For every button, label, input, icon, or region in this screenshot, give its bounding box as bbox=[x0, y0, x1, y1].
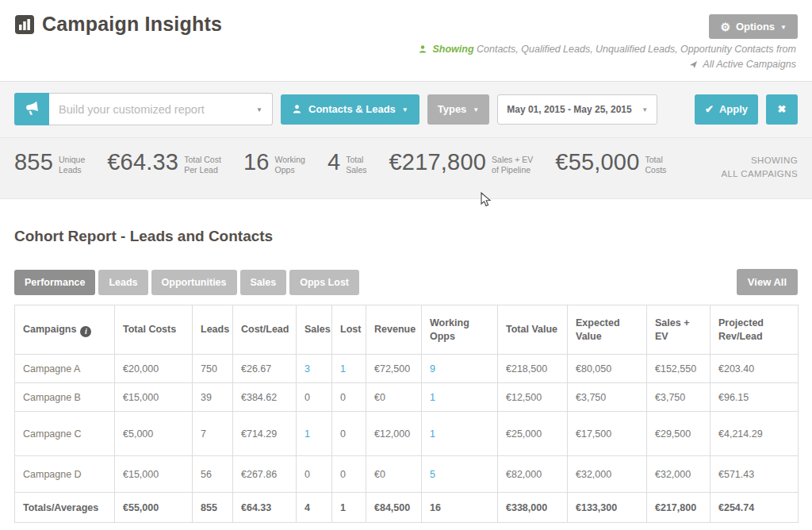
tab-opportunities[interactable]: Opportunities bbox=[151, 270, 237, 295]
campaign-name-cell: Totals/Averages bbox=[15, 493, 115, 523]
table-cell: €5,000 bbox=[115, 412, 193, 456]
table-row: Campagne D€15,00056€267.8600€05€82,000€3… bbox=[15, 456, 799, 493]
table-cell: €571.43 bbox=[710, 456, 799, 493]
cell-link[interactable]: 9 bbox=[430, 363, 435, 374]
report-input-placeholder: Build your customized report bbox=[59, 103, 256, 116]
report-builder-input[interactable]: Build your customized report ▼ bbox=[49, 93, 273, 125]
stat-label: WorkingOpps bbox=[275, 155, 305, 175]
apply-button[interactable]: ✔ Apply bbox=[695, 94, 758, 125]
table-cell: 56 bbox=[193, 456, 233, 493]
cell-link[interactable]: 3 bbox=[304, 363, 310, 374]
person-green-icon bbox=[418, 44, 432, 55]
table-cell: €84,500 bbox=[366, 493, 422, 523]
column-header: Cost/Lead bbox=[233, 305, 297, 355]
tab-leads[interactable]: Leads bbox=[98, 270, 147, 295]
table-cell: €80,050 bbox=[568, 355, 647, 383]
campaign-name-cell: Campagne C bbox=[15, 412, 115, 456]
stat-working-opps: 16 WorkingOpps bbox=[243, 149, 305, 175]
table-row: Campagne A€20,000750€26.6731€72,5009€218… bbox=[15, 355, 799, 383]
report-builder-group: Build your customized report ▼ bbox=[14, 93, 273, 125]
table-cell: 0 bbox=[297, 383, 332, 412]
campaign-name-cell: Campagne D bbox=[15, 456, 115, 493]
table-row: Totals/Averages€55,000855€64.3341€84,500… bbox=[15, 493, 799, 523]
tab-performance[interactable]: Performance bbox=[14, 270, 95, 295]
table-cell: €0 bbox=[366, 383, 422, 412]
table-cell: 0 bbox=[332, 412, 366, 456]
tab-opps-lost[interactable]: Opps Lost bbox=[289, 270, 359, 295]
summary-stats-row: 855 UniqueLeads €64.33 Total CostPer Lea… bbox=[0, 138, 812, 200]
caret-down-icon: ▼ bbox=[473, 107, 479, 113]
stat-value: 855 bbox=[14, 149, 53, 175]
clear-button[interactable]: ✖ bbox=[766, 94, 798, 125]
table-cell: €96.15 bbox=[710, 383, 799, 412]
cell-link[interactable]: 1 bbox=[340, 363, 346, 374]
caret-down-icon: ▼ bbox=[642, 107, 648, 113]
table-cell: €12,500 bbox=[498, 383, 568, 412]
cell-link[interactable]: 5 bbox=[430, 469, 435, 480]
column-header: Projected Rev/Lead bbox=[710, 305, 799, 355]
table-cell: 750 bbox=[193, 355, 233, 383]
table-row: Campagne B€15,00039€384.6200€01€12,500€3… bbox=[15, 383, 799, 412]
showing-note: Showing Contacts, Qualified Leads, Unqua… bbox=[0, 42, 812, 81]
gear-icon: ⚙ bbox=[720, 21, 730, 33]
report-tabs: Performance Leads Opportunities Sales Op… bbox=[14, 269, 798, 295]
column-header: Expected Value bbox=[568, 305, 647, 355]
contacts-leads-button[interactable]: Contacts & Leads ▼ bbox=[281, 94, 419, 125]
table-cell: 0 bbox=[332, 456, 366, 493]
table-cell: €17,500 bbox=[568, 412, 647, 456]
campaign-name-cell: Campagne A bbox=[15, 355, 115, 383]
types-button[interactable]: Types ▼ bbox=[427, 94, 490, 125]
tab-sales[interactable]: Sales bbox=[240, 270, 287, 295]
table-cell: €4,214.29 bbox=[710, 412, 799, 456]
cell-link[interactable]: 1 bbox=[430, 392, 435, 403]
cell-link[interactable]: 1 bbox=[304, 428, 310, 440]
showing-rest: Contacts, Qualified Leads, Unqualified L… bbox=[474, 44, 796, 55]
check-icon: ✔ bbox=[705, 103, 714, 115]
view-all-button[interactable]: View All bbox=[737, 269, 798, 295]
column-header: Total Value bbox=[498, 305, 568, 355]
table-cell: €26.67 bbox=[233, 355, 297, 383]
table-cell: €714.29 bbox=[233, 412, 297, 456]
stat-value: 16 bbox=[243, 149, 270, 175]
table-header-row: CampaignsiTotal CostsLeadsCost/LeadSales… bbox=[15, 305, 799, 355]
column-header: Working Opps bbox=[422, 305, 498, 355]
info-icon[interactable]: i bbox=[80, 326, 91, 337]
showing-note-line1: Showing Contacts, Qualified Leads, Unqua… bbox=[14, 42, 796, 57]
page-header: Campaign Insights ⚙ Options ▼ bbox=[0, 0, 812, 42]
table-cell: €82,000 bbox=[498, 456, 568, 493]
showing-note-line2: All Active Campaigns bbox=[14, 57, 796, 72]
cell-link[interactable]: 1 bbox=[430, 428, 435, 440]
table-cell: €218,500 bbox=[498, 355, 568, 383]
report-toolbar: Build your customized report ▼ Contacts … bbox=[0, 81, 812, 138]
table-cell: 855 bbox=[193, 493, 233, 523]
stat-value: €217,800 bbox=[389, 149, 486, 175]
table-cell: €32,000 bbox=[647, 456, 710, 493]
table-cell: €338,000 bbox=[498, 493, 568, 523]
table-cell: €72,500 bbox=[366, 355, 422, 383]
table-cell: 1 bbox=[297, 412, 332, 456]
section-title: Cohort Report - Leads and Contacts bbox=[14, 228, 798, 245]
campaign-insights-page: Campaign Insights ⚙ Options ▼ Showing Co… bbox=[0, 0, 812, 530]
campaign-name-cell: Campagne B bbox=[15, 383, 115, 412]
column-header: Sales bbox=[297, 305, 332, 355]
table-cell: €64.33 bbox=[233, 493, 297, 523]
stat-unique-leads: 855 UniqueLeads bbox=[14, 149, 85, 175]
date-range-picker[interactable]: May 01, 2015 - May 25, 2015 ▼ bbox=[497, 94, 657, 125]
table-body: Campagne A€20,000750€26.6731€72,5009€218… bbox=[15, 355, 799, 523]
table-cell: €384.62 bbox=[233, 383, 297, 412]
apply-button-label: Apply bbox=[719, 103, 748, 115]
table-cell: 39 bbox=[193, 383, 233, 412]
table-cell: €0 bbox=[366, 456, 422, 493]
options-button-label: Options bbox=[736, 21, 775, 33]
table-cell: €152,550 bbox=[647, 355, 710, 383]
table-cell: €12,000 bbox=[366, 412, 422, 456]
bar-chart-icon bbox=[14, 14, 35, 35]
stat-label: Total CostPer Lead bbox=[184, 155, 221, 175]
column-header: Total Costs bbox=[115, 305, 193, 355]
all-active-campaigns-link[interactable]: All Active Campaigns bbox=[703, 59, 796, 70]
table-cell: €55,000 bbox=[115, 493, 193, 523]
page-title: Campaign Insights bbox=[42, 13, 222, 36]
table-cell: 1 bbox=[422, 383, 498, 412]
column-header: Revenue bbox=[366, 305, 422, 355]
options-button[interactable]: ⚙ Options ▼ bbox=[709, 14, 798, 39]
